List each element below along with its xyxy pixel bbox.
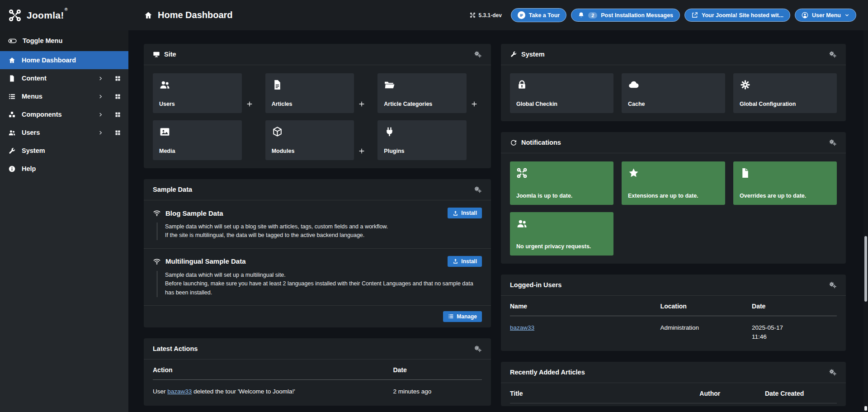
column-header-name: Name [510,296,660,316]
column-header-date: Date [393,360,482,380]
add-module-button[interactable] [354,120,369,160]
settings-cogs-icon[interactable] [829,368,837,376]
quick-tile-users[interactable]: Users [153,73,242,113]
notification-tile-privacy-requests[interactable]: No urgent privacy requests. [510,212,613,256]
panel-title: Logged-in Users [510,281,561,289]
folder-open-icon [384,79,460,90]
dashboard-grid-icon[interactable] [114,129,121,136]
sidebar-item-label: Users [22,129,92,136]
spacer [242,120,257,160]
cube-icon [272,126,348,137]
settings-cogs-icon[interactable] [829,50,837,58]
description-line: Before launching, make sure you have at … [165,279,482,297]
take-a-tour-button[interactable]: Take a Tour [511,8,566,22]
tile-label: Modules [272,148,348,154]
page-title: Home Dashboard [144,10,233,20]
user-circle-icon [802,12,808,19]
tile-label: Extensions are up to date. [628,193,719,199]
dashboard-grid-icon[interactable] [114,75,121,82]
quick-tile-media[interactable]: Media [153,120,242,160]
settings-cogs-icon[interactable] [474,345,482,353]
action-text: deleted the tour 'Welcome to Joomla!' [192,388,295,395]
logo-wordmark: Joomla!® [27,10,67,21]
dashboard-main: Site Use [128,30,868,412]
home-icon [8,57,16,64]
sidebar-item-label: System [22,147,121,154]
system-panel: System Global Checkin [501,44,846,121]
wifi-icon [153,257,161,265]
file-icon [740,167,830,179]
settings-cogs-icon[interactable] [829,138,837,147]
hosted-site-button[interactable]: Your Joomla! Site hosted wit... [684,9,790,22]
settings-cogs-icon[interactable] [474,50,482,58]
joomla-logo: Joomla!® [0,9,128,22]
quick-tile-cache[interactable]: Cache [622,73,725,113]
upload-icon [453,210,458,216]
sidebar-item-content[interactable]: Content [0,69,128,87]
install-blog-sample-button[interactable]: Install [448,208,482,218]
tile-label: Global Checkin [516,101,607,107]
quick-tile-plugins[interactable]: Plugins [377,120,467,160]
dashboard-grid-icon[interactable] [114,93,121,100]
sidebar-item-users[interactable]: Users [0,123,128,142]
scrollbar-corner [864,406,867,411]
lock-icon [516,79,607,90]
date-cell: 2 minutes ago [393,379,482,403]
settings-cogs-icon[interactable] [829,281,837,289]
cubes-icon [8,111,16,118]
sidebar-item-help[interactable]: Help [0,160,128,178]
tile-label: Plugins [384,148,460,154]
action-cell: User bazaw33 deleted the tour 'Welcome t… [153,379,393,403]
sidebar-item-components[interactable]: Components [0,105,128,123]
registered-mark: ® [65,7,68,12]
users-icon [8,129,16,137]
chevron-right-icon [98,112,103,117]
add-article-category-button[interactable] [467,73,482,113]
tour-icon [518,11,525,19]
quick-tile-global-checkin[interactable]: Global Checkin [510,73,613,113]
name-cell: bazaw33 [510,316,660,349]
version-indicator: 5.3.1-dev [470,12,501,19]
notification-tile-joomla-up-to-date[interactable]: Joomla is up to date. [510,161,613,205]
quick-tile-modules[interactable]: Modules [265,120,354,160]
dashboard-grid-icon[interactable] [114,111,121,118]
notification-tile-overrides-up-to-date[interactable]: Overrides are up to date. [733,161,837,205]
manage-button[interactable]: Manage [443,311,482,322]
star-icon [628,167,719,179]
user-link[interactable]: bazaw33 [510,324,534,331]
date-text: 2025-05-17 [752,323,837,332]
add-users-button[interactable] [242,73,257,113]
settings-cogs-icon[interactable] [474,185,482,194]
scrollbar-thumb[interactable] [864,236,867,302]
messages-button-label: Post Installation Messages [601,12,673,19]
quick-tile-global-configuration[interactable]: Global Configuration [733,73,837,113]
panel-title: Latest Actions [153,345,198,352]
recently-added-articles-panel: Recently Added Articles Title [501,362,846,406]
tile-label: Article Categories [384,101,460,107]
article-icon [272,79,348,90]
install-multilingual-sample-button[interactable]: Install [448,256,482,267]
sidebar-item-home-dashboard[interactable]: Home Dashboard [0,51,128,69]
chevron-right-icon [98,76,103,81]
sidebar-item-menus[interactable]: Menus [0,87,128,105]
page-title-text: Home Dashboard [158,10,233,20]
table-row: bazaw33 Administration 2025-05-17 11:46 [510,316,837,349]
quick-tile-articles[interactable]: Articles [265,73,354,113]
user-menu-button[interactable]: User Menu [795,9,856,22]
toggle-menu-label: Toggle Menu [23,37,62,44]
sidebar-item-system[interactable]: System [0,142,128,160]
panel-title: Site [164,51,176,58]
user-link[interactable]: bazaw33 [167,388,192,395]
sidebar-item-label: Menus [22,93,92,100]
sidebar-item-label: Help [22,165,121,172]
notification-tile-extensions-up-to-date[interactable]: Extensions are up to date. [622,161,725,205]
vertical-scrollbar[interactable] [863,30,868,412]
description-line: Sample data which will set up a blog sit… [165,223,482,231]
add-article-button[interactable] [354,73,369,113]
quick-tile-article-categories[interactable]: Article Categories [377,73,467,113]
file-icon [8,75,16,82]
panel-title: Sample Data [153,186,192,193]
joomla-icon [516,167,607,179]
toggle-menu-button[interactable]: Toggle Menu [0,30,128,51]
post-installation-messages-button[interactable]: 2 Post Installation Messages [571,9,680,22]
